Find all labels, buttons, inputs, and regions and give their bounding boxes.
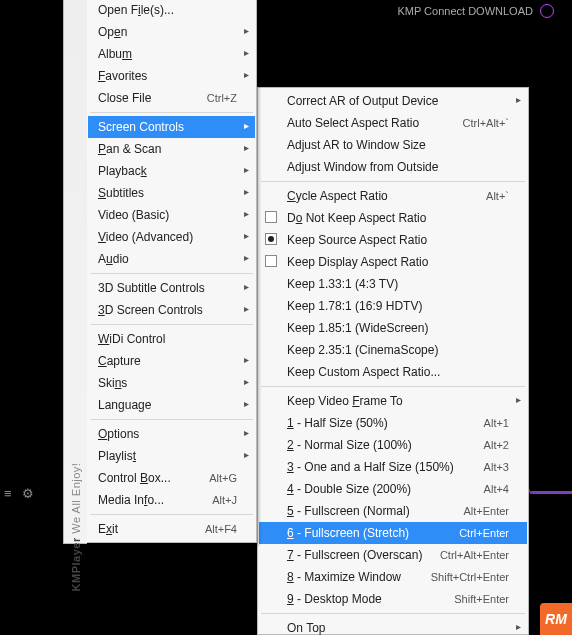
menu-item-label: WiDi Control [98,332,237,346]
left-menu-item[interactable]: WiDi Control [88,328,255,350]
left-menu-item[interactable]: ExitAlt+F4 [88,518,255,540]
left-menu-item[interactable]: Close FileCtrl+Z [88,87,255,109]
left-menu-item[interactable]: Video (Advanced) [88,226,255,248]
gear-icon[interactable]: ⚙ [22,486,34,501]
right-menu-item[interactable]: 9 - Desktop ModeShift+Enter [259,588,527,610]
left-menu-item[interactable]: Language [88,394,255,416]
left-menu-item[interactable]: Open File(s)... [88,0,255,21]
menu-separator [90,324,253,325]
menu-separator [90,514,253,515]
left-menu-item[interactable]: Options [88,423,255,445]
left-menu-item[interactable]: Playback [88,160,255,182]
radio-icon [265,211,277,223]
kmp-connect-text[interactable]: KMP Connect DOWNLOAD [397,5,533,17]
menu-item-label: Exit [98,522,197,536]
menu-item-label: Audio [98,252,237,266]
right-menu-item[interactable]: Keep Custom Aspect Ratio... [259,361,527,383]
left-menu-item[interactable]: Playlist [88,445,255,467]
menu-item-label: Video (Basic) [98,208,237,222]
menu-item-label: 3D Screen Controls [98,303,237,317]
menu-item-label: Keep Video Frame To [287,394,509,408]
left-menu-item[interactable]: Control Box...Alt+G [88,467,255,489]
menu-separator [90,419,253,420]
menu-item-label: Playback [98,164,237,178]
menu-item-label: Keep 1.78:1 (16:9 HDTV) [287,299,509,313]
menu-item-label: Pan & Scan [98,142,237,156]
left-menu-item[interactable]: Audio [88,248,255,270]
context-menu-main: Open File(s)...OpenAlbumFavoritesClose F… [63,0,257,543]
menu-item-label: On Top [287,621,509,635]
menu-item-shortcut: Shift+Ctrl+Enter [431,571,509,583]
menu-item-label: Keep 1.33:1 (4:3 TV) [287,277,509,291]
right-menu-item[interactable]: 3 - One and a Half Size (150%)Alt+3 [259,456,527,478]
right-menu-item[interactable]: Adjust AR to Window Size [259,134,527,156]
right-menu-item[interactable]: Keep Display Aspect Ratio [259,251,527,273]
right-menu-item[interactable]: Correct AR of Output Device [259,90,527,112]
right-menu-item[interactable]: 4 - Double Size (200%)Alt+4 [259,478,527,500]
menu-item-label: Keep 1.85:1 (WideScreen) [287,321,509,335]
right-menu-item[interactable]: Auto Select Aspect RatioCtrl+Alt+` [259,112,527,134]
menu-item-label: 3D Subtitle Controls [98,281,237,295]
menu-item-label: Skins [98,376,237,390]
menu-item-shortcut: Alt+2 [484,439,509,451]
right-menu-item[interactable]: Do Not Keep Aspect Ratio [259,207,527,229]
menu-item-shortcut: Alt+4 [484,483,509,495]
right-menu-item[interactable]: 8 - Maximize WindowShift+Ctrl+Enter [259,566,527,588]
download-circle-icon[interactable] [540,4,554,18]
right-menu-item[interactable]: 7 - Fullscreen (Overscan)Ctrl+Alt+Enter [259,544,527,566]
right-menu-item[interactable]: On Top [259,617,527,635]
right-menu-item[interactable]: 2 - Normal Size (100%)Alt+2 [259,434,527,456]
left-menu-item[interactable]: Skins [88,372,255,394]
right-menu-item[interactable]: 5 - Fullscreen (Normal)Alt+Enter [259,500,527,522]
right-menu-item[interactable]: Keep Video Frame To [259,390,527,412]
left-menu-item[interactable]: Video (Basic) [88,204,255,226]
menu-separator [90,112,253,113]
menu-item-label: Album [98,47,237,61]
sidebar-brand: KMPlayer We All Enjoy! [70,463,82,592]
menu-item-label: 9 - Desktop Mode [287,592,446,606]
bottom-icons: ≡ ⚙ [0,486,34,501]
menu-item-label: Do Not Keep Aspect Ratio [287,211,509,225]
right-menu-item[interactable]: Keep 2.35:1 (CinemaScope) [259,339,527,361]
left-menu-item[interactable]: 3D Subtitle Controls [88,277,255,299]
menu-item-label: Keep Source Aspect Ratio [287,233,509,247]
menu-item-shortcut: Ctrl+Z [207,92,237,104]
menu-item-label: 4 - Double Size (200%) [287,482,476,496]
left-menu-item[interactable]: Album [88,43,255,65]
menu-item-shortcut: Ctrl+Alt+Enter [440,549,509,561]
menu-item-shortcut: Alt+1 [484,417,509,429]
menu-icon[interactable]: ≡ [4,486,12,501]
menu-item-label: 7 - Fullscreen (Overscan) [287,548,432,562]
left-menu-item[interactable]: Capture [88,350,255,372]
rm-badge[interactable]: RM [540,603,572,635]
menu-item-shortcut: Ctrl+Alt+` [463,117,509,129]
menu-item-shortcut: Alt+3 [484,461,509,473]
left-menu-item[interactable]: Pan & Scan [88,138,255,160]
menu-item-label: Control Box... [98,471,201,485]
right-menu-item[interactable]: 6 - Fullscreen (Stretch)Ctrl+Enter [259,522,527,544]
menu-item-label: Keep Display Aspect Ratio [287,255,509,269]
menu-item-label: 1 - Half Size (50%) [287,416,476,430]
right-menu-item[interactable]: Adjust Window from Outside [259,156,527,178]
left-menu-item[interactable]: Media Info...Alt+J [88,489,255,511]
right-menu-item[interactable]: Keep Source Aspect Ratio [259,229,527,251]
context-menu-screen-controls: Correct AR of Output DeviceAuto Select A… [257,87,529,635]
menu-item-label: Keep 2.35:1 (CinemaScope) [287,343,509,357]
left-menu-item[interactable]: 3D Screen Controls [88,299,255,321]
menu-separator [261,181,525,182]
menu-item-label: 5 - Fullscreen (Normal) [287,504,455,518]
left-menu-item[interactable]: Favorites [88,65,255,87]
menu-item-label: Playlist [98,449,237,463]
left-menu-item[interactable]: Open [88,21,255,43]
left-menu-item[interactable]: Screen Controls [88,116,255,138]
menu-item-label: Adjust Window from Outside [287,160,509,174]
left-menu-item[interactable]: Subtitles [88,182,255,204]
progress-bar[interactable] [530,491,572,494]
menu-item-label: Options [98,427,237,441]
menu-item-label: Capture [98,354,237,368]
right-menu-item[interactable]: Keep 1.85:1 (WideScreen) [259,317,527,339]
right-menu-item[interactable]: Cycle Aspect RatioAlt+` [259,185,527,207]
right-menu-item[interactable]: Keep 1.33:1 (4:3 TV) [259,273,527,295]
right-menu-item[interactable]: Keep 1.78:1 (16:9 HDTV) [259,295,527,317]
right-menu-item[interactable]: 1 - Half Size (50%)Alt+1 [259,412,527,434]
